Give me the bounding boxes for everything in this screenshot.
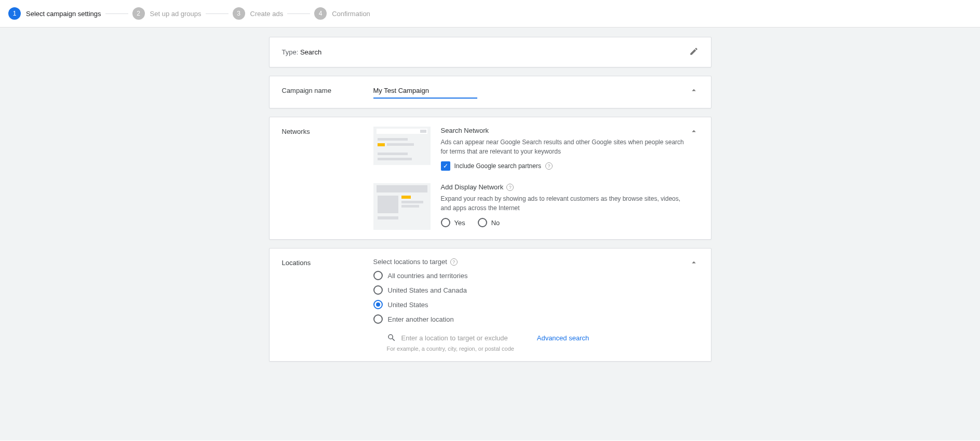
campaign-name-card: Campaign name [269,76,711,108]
location-hint: For example, a country, city, region, or… [373,346,686,352]
step-3[interactable]: 3Create ads [233,7,284,20]
location-search-placeholder[interactable]: Enter a location to target or exclude [401,334,508,342]
stepper: 1Select campaign settings2Set up ad grou… [0,0,980,27]
location-option[interactable]: United States [373,300,686,309]
step-label: Confirmation [332,10,370,18]
step-label: Select campaign settings [26,10,101,18]
type-text: Type: Search [282,48,322,56]
step-number: 1 [8,7,21,20]
display-yes-label: Yes [454,219,465,227]
networks-card: Networks Search Network Ads can appear n… [269,117,711,240]
networks-label: Networks [282,127,373,135]
collapse-icon[interactable] [689,258,699,269]
step-2[interactable]: 2Set up ad groups [132,7,202,20]
advanced-search-link[interactable]: Advanced search [537,334,589,342]
display-yes-radio[interactable]: Yes [441,218,465,227]
location-option-label: United States [388,301,428,309]
display-no-label: No [491,219,500,227]
step-4[interactable]: 4Confirmation [314,7,370,20]
location-option-label: United States and Canada [388,286,467,294]
collapse-icon[interactable] [689,127,699,137]
location-option-label: Enter another location [388,315,454,323]
include-partners-label: Include Google search partners [454,162,541,170]
display-network-title: Add Display Network [441,183,504,191]
step-number: 4 [314,7,327,20]
page-body: Type: Search Campaign name Networks [0,27,980,440]
include-partners-checkbox[interactable]: ✓ [441,161,450,171]
display-no-radio[interactable]: No [478,218,500,227]
location-option[interactable]: All countries and territories [373,271,686,280]
search-network-desc: Ads can appear near Google Search result… [441,137,686,156]
help-icon[interactable]: ? [545,162,553,170]
step-label: Create ads [250,10,284,18]
help-icon[interactable]: ? [450,258,458,266]
type-value: Search [300,48,321,56]
type-prefix: Type: [282,48,300,56]
search-icon [387,333,396,342]
radio-icon [373,271,383,280]
location-option[interactable]: United States and Canada [373,285,686,295]
search-network-thumb [373,127,431,165]
radio-icon [373,285,383,295]
step-label: Set up ad groups [150,10,202,18]
campaign-name-input[interactable] [373,86,477,99]
step-number: 2 [132,7,145,20]
display-network-thumb [373,183,431,230]
help-icon[interactable]: ? [506,184,514,191]
step-1[interactable]: 1Select campaign settings [8,7,101,20]
collapse-icon[interactable] [689,86,699,97]
locations-label: Locations [282,258,373,267]
type-card: Type: Search [269,37,711,67]
campaign-name-label: Campaign name [282,86,373,94]
locations-card: Locations Select locations to target ? A… [269,248,711,362]
locations-prompt: Select locations to target [373,258,447,266]
location-option[interactable]: Enter another location [373,314,686,324]
location-option-label: All countries and territories [388,272,468,280]
display-network-desc: Expand your reach by showing ads to rele… [441,194,686,213]
edit-icon[interactable] [689,47,699,58]
radio-icon [373,314,383,324]
radio-icon [373,300,383,309]
search-network-title: Search Network [441,127,489,134]
step-number: 3 [233,7,245,20]
